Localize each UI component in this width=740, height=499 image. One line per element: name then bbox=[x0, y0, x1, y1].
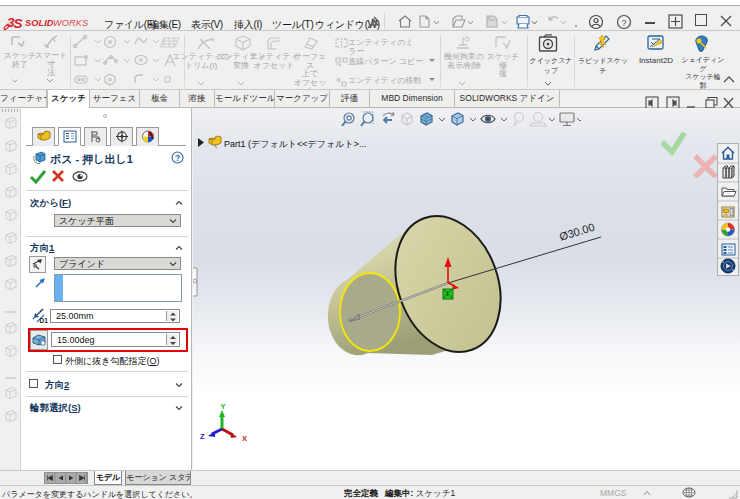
svg-text:Z: Z bbox=[200, 432, 205, 441]
svg-text:?: ? bbox=[621, 18, 626, 28]
svg-text:?: ? bbox=[175, 153, 180, 163]
svg-text:WORKS: WORKS bbox=[53, 18, 89, 28]
svg-text:X: X bbox=[242, 434, 247, 443]
svg-text:SOLID: SOLID bbox=[25, 18, 54, 28]
svg-text:D1: D1 bbox=[40, 317, 49, 324]
svg-text:S: S bbox=[14, 16, 23, 31]
svg-text:Ø30.00: Ø30.00 bbox=[558, 221, 596, 243]
svg-text:Y: Y bbox=[220, 402, 225, 411]
